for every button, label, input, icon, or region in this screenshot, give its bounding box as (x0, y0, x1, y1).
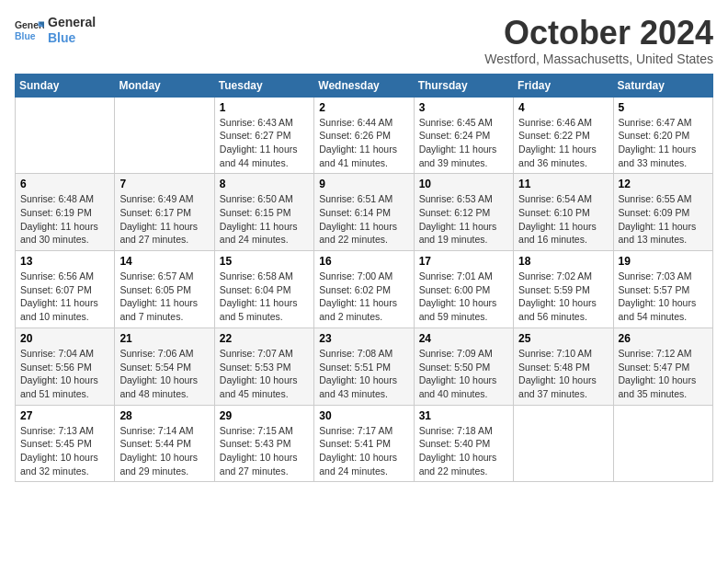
day-cell: 16Sunrise: 7:00 AMSunset: 6:02 PMDayligh… (314, 251, 414, 328)
day-number: 7 (119, 178, 209, 190)
day-number: 9 (319, 178, 408, 190)
day-cell: 25Sunrise: 7:10 AMSunset: 5:48 PMDayligh… (514, 327, 613, 405)
day-number: 11 (518, 178, 608, 190)
day-number: 20 (20, 332, 109, 345)
header-cell-friday: Friday (514, 74, 613, 97)
day-info: Sunrise: 7:09 AMSunset: 5:50 PMDaylight:… (419, 347, 508, 401)
day-cell: 19Sunrise: 7:03 AMSunset: 5:57 PMDayligh… (613, 251, 712, 328)
day-cell: 10Sunrise: 6:53 AMSunset: 6:12 PMDayligh… (414, 174, 513, 251)
day-info: Sunrise: 6:46 AMSunset: 6:22 PMDaylight:… (518, 116, 608, 170)
day-number: 30 (319, 409, 408, 422)
day-cell: 3Sunrise: 6:45 AMSunset: 6:24 PMDaylight… (414, 97, 513, 174)
month-title: October 2024 (484, 15, 713, 52)
day-cell: 31Sunrise: 7:18 AMSunset: 5:40 PMDayligh… (414, 405, 513, 482)
day-number: 25 (518, 332, 608, 345)
day-cell: 26Sunrise: 7:12 AMSunset: 5:47 PMDayligh… (613, 327, 712, 405)
day-info: Sunrise: 6:50 AMSunset: 6:15 PMDaylight:… (220, 192, 309, 247)
header-row: SundayMondayTuesdayWednesdayThursdayFrid… (16, 74, 713, 97)
day-number: 8 (220, 178, 309, 190)
day-cell (514, 405, 613, 482)
day-cell: 20Sunrise: 7:04 AMSunset: 5:56 PMDayligh… (16, 327, 115, 405)
day-info: Sunrise: 6:54 AMSunset: 6:10 PMDaylight:… (518, 192, 608, 247)
day-number: 24 (419, 332, 508, 345)
day-number: 2 (319, 101, 408, 114)
day-info: Sunrise: 7:07 AMSunset: 5:53 PMDaylight:… (220, 347, 309, 401)
location: Westford, Massachusetts, United States (484, 52, 713, 66)
day-info: Sunrise: 7:10 AMSunset: 5:48 PMDaylight:… (518, 347, 608, 401)
day-cell (115, 97, 214, 174)
day-number: 28 (119, 409, 209, 422)
logo: General Blue General Blue (15, 15, 96, 46)
day-cell: 22Sunrise: 7:07 AMSunset: 5:53 PMDayligh… (214, 327, 313, 405)
day-info: Sunrise: 6:48 AMSunset: 6:19 PMDaylight:… (20, 192, 109, 247)
day-cell (16, 97, 115, 174)
day-cell: 5Sunrise: 6:47 AMSunset: 6:20 PMDaylight… (613, 97, 712, 174)
svg-text:Blue: Blue (15, 30, 36, 40)
day-number: 22 (220, 332, 309, 345)
title-block: October 2024 Westford, Massachusetts, Un… (484, 15, 713, 66)
day-cell: 4Sunrise: 6:46 AMSunset: 6:22 PMDaylight… (514, 97, 613, 174)
day-cell: 29Sunrise: 7:15 AMSunset: 5:43 PMDayligh… (214, 405, 313, 482)
day-cell: 7Sunrise: 6:49 AMSunset: 6:17 PMDaylight… (115, 174, 214, 251)
day-number: 14 (119, 255, 209, 268)
day-cell: 14Sunrise: 6:57 AMSunset: 6:05 PMDayligh… (115, 251, 214, 328)
day-cell (613, 405, 712, 482)
day-cell: 28Sunrise: 7:14 AMSunset: 5:44 PMDayligh… (115, 405, 214, 482)
day-info: Sunrise: 7:04 AMSunset: 5:56 PMDaylight:… (20, 347, 109, 401)
day-cell: 30Sunrise: 7:17 AMSunset: 5:41 PMDayligh… (314, 405, 414, 482)
day-number: 21 (119, 332, 209, 345)
day-info: Sunrise: 7:17 AMSunset: 5:41 PMDaylight:… (319, 424, 408, 478)
day-number: 17 (419, 255, 508, 268)
week-row-3: 13Sunrise: 6:56 AMSunset: 6:07 PMDayligh… (16, 251, 713, 328)
week-row-2: 6Sunrise: 6:48 AMSunset: 6:19 PMDaylight… (16, 174, 713, 251)
day-info: Sunrise: 6:51 AMSunset: 6:14 PMDaylight:… (319, 192, 408, 247)
day-number: 3 (419, 101, 508, 114)
week-row-4: 20Sunrise: 7:04 AMSunset: 5:56 PMDayligh… (16, 327, 713, 405)
day-number: 29 (220, 409, 309, 422)
day-info: Sunrise: 6:43 AMSunset: 6:27 PMDaylight:… (220, 116, 309, 170)
day-info: Sunrise: 6:55 AMSunset: 6:09 PMDaylight:… (619, 192, 708, 247)
day-number: 6 (20, 178, 109, 190)
day-cell: 6Sunrise: 6:48 AMSunset: 6:19 PMDaylight… (16, 174, 115, 251)
day-info: Sunrise: 6:45 AMSunset: 6:24 PMDaylight:… (419, 116, 508, 170)
day-cell: 12Sunrise: 6:55 AMSunset: 6:09 PMDayligh… (613, 174, 712, 251)
page-header: General Blue General Blue October 2024 W… (15, 15, 713, 66)
day-number: 5 (619, 101, 708, 114)
day-info: Sunrise: 7:08 AMSunset: 5:51 PMDaylight:… (319, 347, 408, 401)
day-info: Sunrise: 7:15 AMSunset: 5:43 PMDaylight:… (220, 424, 309, 478)
day-cell: 18Sunrise: 7:02 AMSunset: 5:59 PMDayligh… (514, 251, 613, 328)
day-cell: 27Sunrise: 7:13 AMSunset: 5:45 PMDayligh… (16, 405, 115, 482)
day-info: Sunrise: 6:49 AMSunset: 6:17 PMDaylight:… (119, 192, 209, 247)
day-info: Sunrise: 7:06 AMSunset: 5:54 PMDaylight:… (119, 347, 209, 401)
day-number: 15 (220, 255, 309, 268)
day-cell: 17Sunrise: 7:01 AMSunset: 6:00 PMDayligh… (414, 251, 513, 328)
day-number: 31 (419, 409, 508, 422)
day-info: Sunrise: 7:00 AMSunset: 6:02 PMDaylight:… (319, 270, 408, 324)
header-cell-thursday: Thursday (414, 74, 513, 97)
week-row-1: 1Sunrise: 6:43 AMSunset: 6:27 PMDaylight… (16, 97, 713, 174)
day-info: Sunrise: 7:12 AMSunset: 5:47 PMDaylight:… (619, 347, 708, 401)
day-info: Sunrise: 7:14 AMSunset: 5:44 PMDaylight:… (119, 424, 209, 478)
calendar-table: SundayMondayTuesdayWednesdayThursdayFrid… (15, 74, 713, 483)
day-cell: 13Sunrise: 6:56 AMSunset: 6:07 PMDayligh… (16, 251, 115, 328)
day-number: 26 (619, 332, 708, 345)
day-cell: 23Sunrise: 7:08 AMSunset: 5:51 PMDayligh… (314, 327, 414, 405)
day-info: Sunrise: 6:53 AMSunset: 6:12 PMDaylight:… (419, 192, 508, 247)
day-cell: 1Sunrise: 6:43 AMSunset: 6:27 PMDaylight… (214, 97, 313, 174)
day-number: 27 (20, 409, 109, 422)
day-number: 4 (518, 101, 608, 114)
day-info: Sunrise: 7:03 AMSunset: 5:57 PMDaylight:… (619, 270, 708, 324)
week-row-5: 27Sunrise: 7:13 AMSunset: 5:45 PMDayligh… (16, 405, 713, 482)
day-cell: 24Sunrise: 7:09 AMSunset: 5:50 PMDayligh… (414, 327, 513, 405)
day-cell: 21Sunrise: 7:06 AMSunset: 5:54 PMDayligh… (115, 327, 214, 405)
day-info: Sunrise: 6:44 AMSunset: 6:26 PMDaylight:… (319, 116, 408, 170)
calendar-header: SundayMondayTuesdayWednesdayThursdayFrid… (16, 74, 713, 97)
header-cell-sunday: Sunday (16, 74, 115, 97)
day-info: Sunrise: 7:18 AMSunset: 5:40 PMDaylight:… (419, 424, 508, 478)
day-info: Sunrise: 7:02 AMSunset: 5:59 PMDaylight:… (518, 270, 608, 324)
header-cell-wednesday: Wednesday (314, 74, 414, 97)
day-number: 10 (419, 178, 508, 190)
day-cell: 11Sunrise: 6:54 AMSunset: 6:10 PMDayligh… (514, 174, 613, 251)
day-info: Sunrise: 6:56 AMSunset: 6:07 PMDaylight:… (20, 270, 109, 324)
header-cell-tuesday: Tuesday (214, 74, 313, 97)
